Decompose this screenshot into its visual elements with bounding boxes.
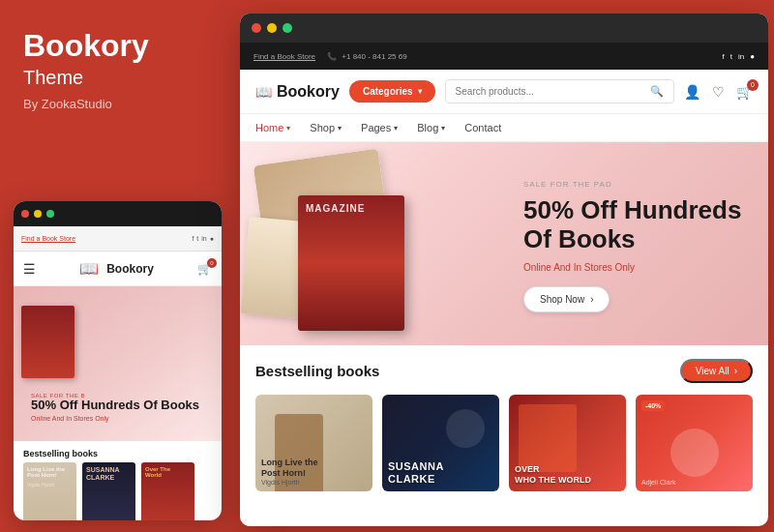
hero-image-area: PLACE YOUR ORDER HERE MAGAZINE — [240, 142, 504, 345]
categories-button[interactable]: Categories ▾ — [349, 80, 435, 103]
mobile-hero-text: SALE FOR THE B 50% Off Hundreds Of Books… — [31, 393, 199, 422]
book-4-author: Adjeli Clark — [641, 479, 747, 486]
view-all-button[interactable]: View All › — [680, 359, 753, 383]
mobile-book-2: SUSANNACLARKE — [82, 462, 135, 520]
book-card-3[interactable]: OVERWHO THE WORLD — [509, 395, 626, 491]
app-title: Bookory — [23, 29, 209, 63]
mobile-dot-yellow — [34, 210, 42, 218]
nav-pages-arrow: ▾ — [394, 124, 398, 133]
app-subtitle: Theme — [23, 67, 209, 89]
logo-book-icon: 📖 — [255, 84, 272, 100]
mobile-chrome — [14, 201, 222, 226]
logo-text: Bookory — [277, 83, 340, 101]
search-bar: 🔍 — [445, 79, 674, 103]
pinterest-icon[interactable]: ● — [750, 52, 755, 61]
user-icon[interactable]: 👤 — [684, 84, 700, 100]
topbar-phone: 📞 +1 840 - 841 25 69 — [327, 52, 407, 61]
mobile-cart-icon[interactable]: 🛒 0 — [197, 262, 212, 276]
mobile-find-store: Find a Book Store — [21, 235, 75, 242]
nav-shop-arrow: ▾ — [338, 124, 342, 133]
book-card-2[interactable]: SUSANNACLARKE — [382, 395, 499, 491]
hero-section: PLACE YOUR ORDER HERE MAGAZINE SALE FOR … — [240, 142, 768, 345]
hero-sale-label: SALE FOR THE PAD — [523, 180, 749, 189]
shop-now-label: Shop Now — [540, 294, 584, 305]
browser-chrome — [240, 14, 768, 43]
categories-label: Categories — [363, 86, 413, 97]
find-store-link[interactable]: Find a Book Store — [253, 52, 315, 61]
search-icon[interactable]: 🔍 — [650, 85, 664, 98]
mobile-logo-text: Bookory — [106, 262, 154, 276]
bestselling-title: Bestselling books — [255, 363, 379, 379]
mobile-books-row: Long Live thePost Horn! Vigdis Hjorth SU… — [14, 462, 222, 520]
view-all-arrow-icon: › — [734, 366, 737, 376]
browser-dot-green — [283, 23, 292, 33]
instagram-icon[interactable]: in — [738, 52, 744, 61]
mobile-social: f t in ● — [192, 235, 214, 242]
mobile-hero-subtitle: Online And In Stores Only — [31, 415, 199, 422]
book-1-text: Long Live thePost Horn! Vigdis Hjorth — [255, 452, 372, 491]
nav-blog[interactable]: Blog ▾ — [417, 122, 445, 133]
hero-title: 50% Off Hundreds Of Books — [523, 196, 749, 254]
mobile-hero-book — [21, 306, 74, 378]
nav-home-arrow: ▾ — [286, 124, 290, 133]
app-by: By ZookaStudio — [23, 97, 209, 111]
twitter-icon[interactable]: t — [730, 52, 732, 61]
hero-content: SALE FOR THE PAD 50% Off Hundreds Of Boo… — [504, 142, 768, 345]
topbar-left: Find a Book Store 📞 +1 840 - 841 25 69 — [253, 52, 407, 61]
books-grid: Long Live thePost Horn! Vigdis Hjorth SU… — [255, 395, 753, 491]
hero-subtitle: Online And In Stores Only — [523, 262, 749, 273]
book-card-1[interactable]: Long Live thePost Horn! Vigdis Hjorth — [255, 395, 372, 491]
mobile-hero-title: 50% Off Hundreds Of Books — [31, 399, 199, 413]
mobile-book-3: Over TheWorld — [141, 462, 194, 520]
phone-icon: 📞 — [327, 52, 337, 61]
mobile-cart-badge: 0 — [207, 258, 217, 268]
wishlist-icon[interactable]: ♡ — [712, 84, 725, 100]
book-2-text: SUSANNACLARKE — [382, 455, 499, 491]
mobile-header: ☰ 📖 Bookory 🛒 0 — [14, 251, 222, 286]
site-nav: Home ▾ Shop ▾ Pages ▾ Blog ▾ Contact — [240, 114, 768, 142]
mobile-hero: SALE FOR THE B 50% Off Hundreds Of Books… — [14, 286, 222, 441]
view-all-label: View All — [696, 366, 729, 376]
bestselling-section: Bestselling books View All › Long Live t… — [240, 345, 768, 499]
search-input[interactable] — [456, 86, 644, 97]
site-logo: 📖 Bookory — [255, 83, 340, 101]
browser-dot-yellow — [267, 23, 277, 33]
book-3-title: OVERWHO THE WORLD — [515, 464, 620, 486]
book-1-title: Long Live thePost Horn! — [261, 458, 367, 479]
facebook-icon[interactable]: f — [722, 52, 724, 61]
mobile-topbar: Find a Book Store f t in ● — [14, 226, 222, 251]
browser-window: Find a Book Store 📞 +1 840 - 841 25 69 f… — [240, 14, 768, 526]
site-topbar: Find a Book Store 📞 +1 840 - 841 25 69 f… — [240, 43, 768, 70]
cart-icon[interactable]: 🛒 0 — [736, 84, 753, 100]
hamburger-icon[interactable]: ☰ — [23, 261, 36, 277]
shop-now-arrow-icon: › — [590, 294, 593, 305]
book-4-figure — [670, 429, 719, 477]
mobile-book-1: Long Live thePost Horn! Vigdis Hjorth — [23, 462, 76, 520]
mobile-dot-green — [46, 210, 54, 218]
header-icons: 👤 ♡ 🛒 0 — [684, 84, 753, 100]
mobile-dot-red — [21, 210, 29, 218]
book-3-text: OVERWHO THE WORLD — [509, 458, 626, 491]
mobile-logo-icon: 📖 — [79, 259, 99, 278]
nav-home[interactable]: Home ▾ — [255, 122, 290, 133]
mobile-mockup: Find a Book Store f t in ● ☰ 📖 Bookory 🛒… — [14, 201, 222, 520]
nav-shop[interactable]: Shop ▾ — [310, 122, 342, 133]
book-1-author: Vigdis Hjorth — [261, 479, 367, 486]
mobile-bestselling-label: Bestselling books — [14, 441, 222, 462]
mobile-logo: 📖 Bookory — [79, 259, 154, 278]
hero-magazine: MAGAZINE — [298, 195, 404, 331]
cart-badge: 0 — [747, 79, 759, 91]
book-card-4[interactable]: -40% Adjeli Clark — [636, 395, 753, 491]
browser-dot-red — [252, 23, 261, 33]
nav-pages[interactable]: Pages ▾ — [361, 122, 398, 133]
book-2-title: SUSANNACLARKE — [388, 460, 493, 486]
nav-contact[interactable]: Contact — [464, 122, 501, 133]
nav-blog-arrow: ▾ — [441, 124, 445, 133]
site-header: 📖 Bookory Categories ▾ 🔍 👤 ♡ 🛒 0 — [240, 70, 768, 114]
topbar-social: f t in ● — [722, 52, 755, 61]
book-4-text: Adjeli Clark — [636, 473, 753, 491]
bestselling-header: Bestselling books View All › — [255, 359, 753, 383]
categories-arrow-icon: ▾ — [418, 87, 422, 96]
shop-now-button[interactable]: Shop Now › — [523, 286, 610, 312]
